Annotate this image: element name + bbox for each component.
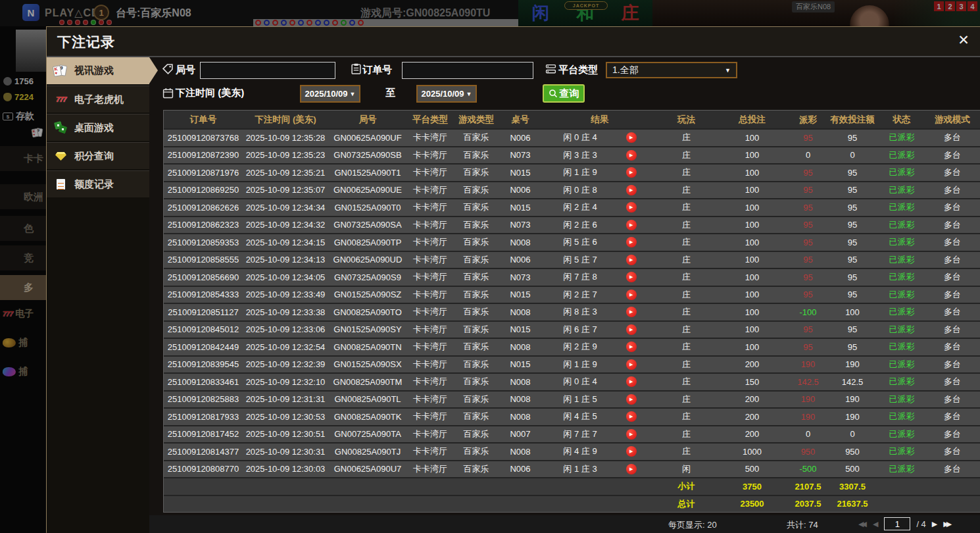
table-cell: 已派彩 [879,201,925,213]
date-to-picker[interactable]: 2025/10/09 ▼ [416,85,477,103]
order-filter-input[interactable] [402,62,533,79]
replay-button[interactable]: ▶ [626,394,637,405]
replay-button[interactable]: ▶ [626,359,637,370]
table-cell: 卡卡湾厅 [407,184,453,196]
bet-time-filter-label: 下注时间 (美东) [176,87,244,99]
page-input[interactable] [884,517,910,530]
table-cell: 95 [826,133,879,143]
table-cell: 已派彩 [879,149,925,161]
replay-button[interactable]: ▶ [626,324,637,335]
table-cell: N073 [499,150,541,160]
page-total-label: / 4 [916,519,925,529]
result-text: 闲 2 庄 4 [563,201,597,213]
table-cell: GN00625A090U7 [328,464,407,474]
replay-button[interactable]: ▶ [626,342,637,352]
table-cell: 251009120856690 [164,272,243,282]
replay-button[interactable]: ▶ [626,132,637,143]
date-from-picker[interactable]: 2025/10/09 ▼ [300,85,360,103]
table-cell: 已派彩 [879,271,925,283]
replay-button[interactable]: ▶ [626,307,637,317]
table-cell: 庄 [658,411,714,422]
replay-button[interactable]: ▶ [626,255,637,265]
total-cell: 2037.5 [790,499,826,509]
table-cell: 多台 [925,376,980,388]
col-header: 局号 [328,114,407,126]
last-page-icon[interactable]: ▶▶ [943,520,952,528]
replay-button[interactable]: ▶ [626,220,637,230]
replay-button[interactable]: ▶ [626,446,637,457]
result-cell: 闲 7 庄 8▶ [541,271,658,283]
table-cell: 多台 [925,132,980,143]
menu-item-points[interactable]: 积分查询 [47,142,149,169]
table-cell: 2025-10-09 12:32:39 [243,359,328,369]
table-cell: 251009120872390 [164,150,243,160]
table-cell: 已派彩 [879,445,925,457]
result-cell: 闲 7 庄 7▶ [541,428,658,440]
table-row: 2510091208450122025-10-09 12:33:06GN0152… [164,320,980,338]
table-cell: 2025-10-09 12:35:23 [243,150,328,160]
table-cell: 庄 [658,236,714,248]
table-cell: GN00825A090TM [328,377,407,387]
replay-button[interactable]: ▶ [626,237,637,247]
chevron-down-icon: ▼ [725,67,731,74]
table-cell: 庄 [658,393,714,405]
result-cell: 闲 8 庄 3▶ [541,306,658,318]
menu-item-label: 积分查询 [74,150,114,163]
table-cell: N007 [499,429,541,439]
table-row: 2510091208593532025-10-09 12:34:15GN0082… [164,233,980,251]
date-to-label: 至 [385,87,395,99]
result-cell: 闲 6 庄 7▶ [541,324,658,336]
table-cell: 庄 [658,359,714,370]
table-cell: 95 [826,342,879,352]
replay-button[interactable]: ▶ [626,376,637,387]
table-cell: 多台 [925,149,980,161]
table-cell: 庄 [658,271,714,283]
replay-button[interactable]: ▶ [626,272,637,282]
first-page-icon[interactable]: ◀◀ [858,520,867,528]
menu-item-label: 额度记录 [74,178,114,191]
menu-item-slots[interactable]: 777 电子老虎机 [47,86,149,113]
table-cell: 卡卡湾厅 [407,324,453,336]
platform-select[interactable]: 1.全部 ▼ [606,62,737,78]
result-cell: 闲 4 庄 9▶ [541,445,658,457]
col-header: 订单号 [164,114,243,126]
table-cell: GN00625A090UD [328,255,407,265]
pagination: ◀◀ ◀ / 4 ▶ ▶▶ [858,517,952,530]
chevron-down-icon: ▼ [350,91,356,97]
search-button[interactable]: 查询 [543,84,585,103]
menu-item-quota[interactable]: 额度记录 [47,170,149,197]
menu-item-table-games[interactable]: 桌面游戏 [47,114,149,141]
table-cell: 95 [826,220,879,230]
table-cell: 251009120854333 [164,290,243,299]
modal-title: 下注记录 [57,33,115,51]
replay-button[interactable]: ▶ [626,202,637,213]
table-cell: GN00825A090TP [328,238,407,247]
menu-item-video-games[interactable]: 9 K♥ 视讯游戏 [47,57,149,84]
replay-button[interactable]: ▶ [626,411,637,422]
table-cell: 已派彩 [879,306,925,318]
table-cell: 已派彩 [879,324,925,336]
table-cell: 百家乐 [453,201,499,213]
table-cell: GN00625A090UF [328,133,407,143]
replay-button[interactable]: ▶ [626,185,637,195]
table-cell: 庄 [658,306,714,318]
round-filter-input[interactable] [200,62,335,79]
prev-page-icon[interactable]: ◀ [873,520,878,528]
replay-button[interactable]: ▶ [626,150,637,161]
table-cell: 95 [826,185,879,195]
table-cell: 251009120833461 [164,377,243,387]
table-cell: 多台 [925,393,980,405]
replay-button[interactable]: ▶ [626,429,637,440]
next-page-icon[interactable]: ▶ [932,520,937,528]
result-text: 闲 1 庄 3 [563,463,597,475]
table-cell: 卡卡湾厅 [407,306,453,318]
table-cell: N015 [499,359,541,369]
close-icon[interactable]: ✕ [955,32,972,48]
table-cell: 2025-10-09 12:33:38 [243,307,328,317]
table-cell: GN01525A090SX [328,359,407,369]
replay-button[interactable]: ▶ [626,167,637,178]
replay-button[interactable]: ▶ [626,290,637,300]
table-cell: N008 [499,238,541,247]
col-header: 桌号 [499,114,541,126]
replay-button[interactable]: ▶ [626,464,637,474]
